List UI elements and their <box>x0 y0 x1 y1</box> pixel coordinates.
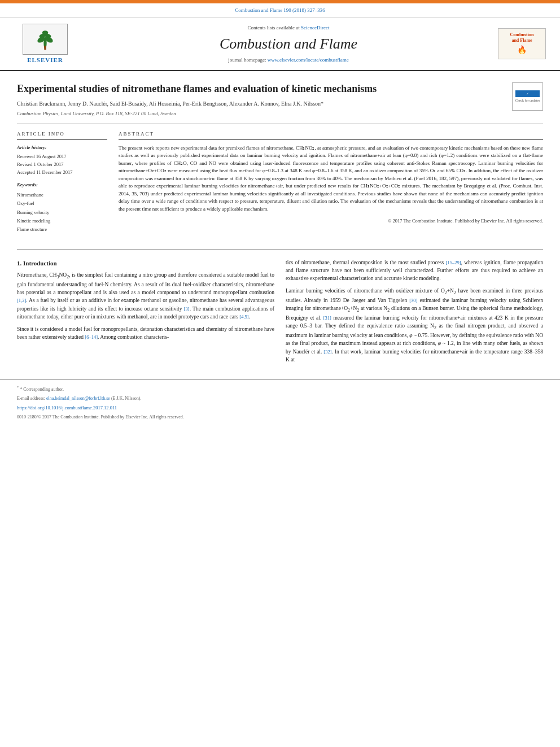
ref-30[interactable]: [30] <box>409 298 417 303</box>
journal-logo-box-container: Combustionand Flame 🔥 <box>498 28 549 59</box>
comb-logo-flame-icon: 🔥 <box>517 45 527 56</box>
abstract-paragraph: The present work reports new experimenta… <box>119 145 543 213</box>
ref-6-14[interactable]: [6–14] <box>85 334 98 340</box>
email-suffix: (E.J.K. Nilsson). <box>111 396 142 401</box>
ref-32[interactable]: [32] <box>323 349 331 355</box>
ref-4-5[interactable]: [4,5] <box>239 314 248 320</box>
combustion-flame-logo: Combustionand Flame 🔥 <box>498 28 546 59</box>
received-date: Received 16 August 2017 Revised 1 Octobe… <box>17 153 107 176</box>
email-footnote: E-mail address: elna.heimdal_nilsson@for… <box>17 395 543 402</box>
journal-header: ELSEVIER Contents lists available at Sci… <box>0 18 560 71</box>
homepage-label: journal homepage: <box>228 57 266 63</box>
ref-31[interactable]: [31] <box>323 315 331 321</box>
issn-line: 0010-2180/© 2017 The Combustion Institut… <box>17 414 543 420</box>
authors-text: Christian Brackmann, Jenny D. Nauclér, S… <box>17 101 323 107</box>
ref-15-29[interactable]: [15–29] <box>446 260 461 265</box>
elsevier-wordmark: ELSEVIER <box>27 56 63 64</box>
body-col-right: tics of nitromethane, thermal decomposit… <box>286 259 543 369</box>
footer-area: * * Corresponding author. E-mail address… <box>0 379 560 425</box>
ref-1-2[interactable]: [1,2] <box>17 298 26 303</box>
center-info: Contents lists available at ScienceDirec… <box>79 24 498 64</box>
affiliation: Combustion Physics, Lund University, P.O… <box>17 110 504 117</box>
check-updates-text: ✓ Check for updates <box>515 90 540 103</box>
check-updates-badge: ✓ Check for updates <box>512 82 543 111</box>
intro-para2: Since it is considered a model fuel for … <box>17 325 274 342</box>
article-title-text: Experimental studies of nitromethane fla… <box>17 82 504 117</box>
abstract-heading: ABSTRACT <box>119 130 543 140</box>
header-strip-text: Combustion and Flame 190 (2018) 327–336 <box>235 7 325 14</box>
article-info-heading: ARTICLE INFO <box>17 130 107 140</box>
svg-point-5 <box>42 30 49 34</box>
doi-block: https://doi.org/10.1016/j.combustflame.2… <box>17 404 543 412</box>
elsevier-logo: ELSEVIER <box>11 24 79 64</box>
article-title: Experimental studies of nitromethane fla… <box>17 82 504 95</box>
body-two-col: 1. Introduction Nitromethane, CH3NO2, is… <box>17 259 543 369</box>
doi-link[interactable]: https://doi.org/10.1016/j.combustflame.2… <box>17 405 117 410</box>
comb-logo-title: Combustionand Flame <box>510 32 534 43</box>
ref-3[interactable]: [3] <box>184 306 190 312</box>
main-content: Experimental studies of nitromethane fla… <box>0 71 560 379</box>
info-abstract-section: ARTICLE INFO Article history: Received 1… <box>17 130 543 240</box>
abstract-text: The present work reports new experimenta… <box>119 145 543 225</box>
svg-rect-6 <box>44 46 46 50</box>
introduction-section: 1. Introduction Nitromethane, CH3NO2, is… <box>17 259 543 369</box>
keywords-list: Nitromethane Oxy-fuel Burning velocity K… <box>17 191 107 234</box>
keywords-label: Keywords: <box>17 182 107 189</box>
elsevier-tree-graphic <box>28 28 62 50</box>
abstract-col: ABSTRACT The present work reports new ex… <box>119 130 543 240</box>
homepage-url[interactable]: www.elsevier.com/locate/combustflame <box>268 57 349 63</box>
sciencedirect-link[interactable]: ScienceDirect <box>301 25 329 30</box>
elsevier-logo-box <box>23 24 68 55</box>
intro-para3: tics of nitromethane, thermal decomposit… <box>286 259 543 283</box>
authors: Christian Brackmann, Jenny D. Nauclér, S… <box>17 100 504 108</box>
section-divider-1 <box>17 249 543 250</box>
contents-line: Contents lists available at ScienceDirec… <box>79 24 498 32</box>
corresponding-author-note: * * Corresponding author. <box>17 385 543 393</box>
history-label: Article history: <box>17 145 107 151</box>
article-title-section: Experimental studies of nitromethane fla… <box>17 82 543 124</box>
article-info-col: ARTICLE INFO Article history: Received 1… <box>17 130 107 240</box>
copyright-line: © 2017 The Combustion Institute. Publish… <box>119 217 543 225</box>
article-history-group: Article history: Received 16 August 2017… <box>17 145 107 177</box>
journal-homepage: journal homepage: www.elsevier.com/locat… <box>79 56 498 64</box>
email-link[interactable]: elna.heimdal_nilsson@forbrf.lth.se <box>46 396 110 401</box>
body-col-left: 1. Introduction Nitromethane, CH3NO2, is… <box>17 259 274 369</box>
journal-title: Combustion and Flame <box>79 34 498 54</box>
intro-para1: Nitromethane, CH3NO2, is the simplest fu… <box>17 271 274 321</box>
email-label: E-mail address: <box>17 396 45 401</box>
intro-para4: Laminar burning velocities of nitrometha… <box>286 287 543 364</box>
keywords-group: Keywords: Nitromethane Oxy-fuel Burning … <box>17 182 107 234</box>
header-strip: Combustion and Flame 190 (2018) 327–336 <box>0 3 560 18</box>
intro-heading: 1. Introduction <box>17 259 274 268</box>
